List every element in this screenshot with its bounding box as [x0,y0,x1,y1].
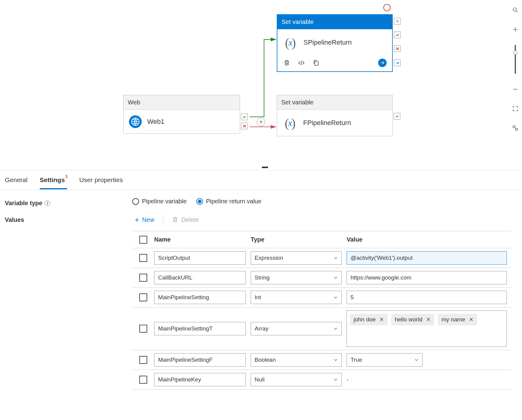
activity-svar-title: SPipelineReturn [303,39,352,46]
type-select[interactable]: Int [251,291,342,304]
new-value-button[interactable]: +New [132,215,157,224]
info-icon[interactable]: i [45,201,50,206]
tab-general[interactable]: General [5,170,28,189]
type-select[interactable]: Expression [251,251,342,265]
pipeline-canvas[interactable]: + Web Web1 Set variable (x) SPipelineR [0,0,522,168]
failure-badge-icon[interactable] [394,45,401,52]
table-row: Int [132,288,512,307]
svg-point-2 [513,8,516,11]
code-icon[interactable] [297,59,305,67]
name-input[interactable] [154,373,246,386]
svg-rect-1 [315,61,318,65]
null-value: - [347,376,349,383]
value-input[interactable] [347,291,507,304]
fit-screen-icon[interactable] [511,105,519,113]
remove-tag-icon[interactable]: ✕ [426,316,431,323]
settings-panel: Variable type i Pipeline variable Pipeli… [0,194,522,398]
table-row: Null- [132,370,512,390]
failure-badge-icon[interactable] [241,123,248,129]
success-badge-icon[interactable] [394,32,401,38]
name-input[interactable] [154,271,246,284]
toolbar-separator [163,215,163,225]
values-table: Name Type Value ExpressionStringIntArray… [132,231,512,390]
expand-arrow-icon[interactable] [378,59,387,67]
activity-fvar-title: FPipelineReturn [303,119,351,127]
delete-icon[interactable] [283,59,291,67]
globe-icon [129,115,142,128]
selection-indicator [383,4,391,11]
canvas-toolbar [508,6,522,132]
zoom-out-icon[interactable] [511,85,519,93]
array-tag-input[interactable]: john doe✕hello world✕my name✕ [347,310,507,347]
type-select[interactable]: Null [251,373,342,386]
variable-icon: (x) [283,115,298,130]
array-tag: hello world✕ [391,314,434,325]
value-select[interactable]: True [347,353,422,367]
zoom-in-icon[interactable] [511,25,519,33]
row-checkbox[interactable] [139,356,147,364]
zoom-slider[interactable] [515,45,516,74]
variable-icon: (x) [283,35,298,50]
success-badge-icon[interactable] [241,113,248,120]
layout-icon[interactable] [511,124,519,132]
activity-set-variable-s[interactable]: Set variable (x) SPipelineReturn [277,14,393,72]
row-checkbox[interactable] [139,254,147,262]
row-checkbox[interactable] [139,376,147,384]
remove-tag-icon[interactable]: ✕ [469,316,473,323]
table-row: Expression [132,248,512,268]
copy-icon[interactable] [312,59,320,67]
undo-badge-icon[interactable] [394,18,401,25]
name-input[interactable] [154,251,246,265]
activity-svar-header: Set variable [277,15,392,29]
tab-user-properties[interactable]: User properties [79,170,123,189]
name-input[interactable] [154,322,246,335]
property-tabs: General Settings1 User properties [0,170,522,190]
row-checkbox[interactable] [139,274,147,282]
panel-resize-handle[interactable] [262,167,268,168]
table-row: String [132,268,512,288]
name-input[interactable] [154,353,246,367]
activity-web-title: Web1 [147,118,164,126]
search-icon[interactable] [511,6,519,14]
activity-set-variable-f[interactable]: Set variable (x) FPipelineReturn [277,95,393,136]
add-activity-button[interactable]: + [257,118,265,126]
tab-settings[interactable]: Settings1 [40,170,67,189]
connector-lines [0,0,522,168]
remove-tag-icon[interactable]: ✕ [379,316,384,323]
table-row: BooleanTrue [132,350,512,370]
svg-rect-3 [513,126,515,128]
table-row: Arrayjohn doe✕hello world✕my name✕ [132,307,512,350]
name-input[interactable] [154,291,246,304]
column-header-name: Name [154,236,251,243]
delete-value-button[interactable]: Delete [169,216,202,223]
array-tag: john doe✕ [350,314,388,325]
column-header-value: Value [347,236,512,243]
variable-type-label: Variable type i [5,198,132,207]
value-input[interactable] [347,251,507,265]
success-badge-icon[interactable] [394,113,400,120]
activity-fvar-header: Set variable [277,95,392,110]
value-input[interactable] [347,271,507,284]
tab-settings-badge: 1 [66,174,68,179]
activity-web[interactable]: Web Web1 [123,95,240,134]
type-select[interactable]: String [251,271,342,284]
svg-rect-4 [515,128,517,130]
type-select[interactable]: Array [251,322,342,335]
row-checkbox[interactable] [139,293,147,301]
array-tag: my name✕ [438,314,477,325]
row-checkbox[interactable] [139,325,147,333]
trash-icon [172,216,178,223]
select-all-checkbox[interactable] [139,236,147,244]
skip-badge-icon[interactable] [394,59,401,66]
column-header-type: Type [251,236,347,243]
activity-web-header: Web [124,95,240,110]
type-select[interactable]: Boolean [251,353,342,367]
radio-pipeline-variable[interactable]: Pipeline variable [132,198,187,205]
radio-pipeline-return-value[interactable]: Pipeline return value [196,198,261,205]
values-label: Values [5,215,132,223]
